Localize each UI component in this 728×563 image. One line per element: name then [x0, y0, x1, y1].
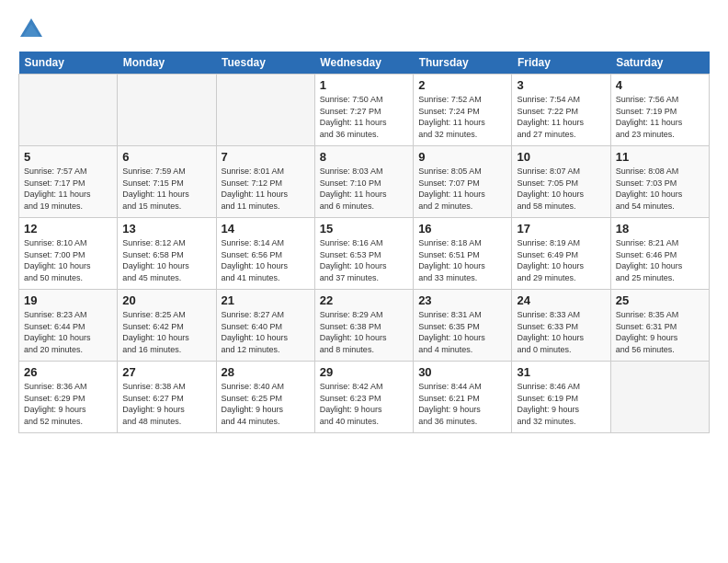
calendar-cell: 1Sunrise: 7:50 AM Sunset: 7:27 PM Daylig… [314, 75, 413, 146]
day-number: 14 [222, 222, 310, 236]
day-info: Sunrise: 8:10 AM Sunset: 7:00 PM Dayligh… [24, 237, 112, 283]
calendar-cell: 26Sunrise: 8:36 AM Sunset: 6:29 PM Dayli… [19, 362, 118, 433]
day-number: 16 [418, 222, 506, 236]
day-info: Sunrise: 7:54 AM Sunset: 7:22 PM Dayligh… [517, 94, 605, 140]
calendar-cell: 2Sunrise: 7:52 AM Sunset: 7:24 PM Daylig… [414, 75, 512, 146]
calendar-cell: 9Sunrise: 8:05 AM Sunset: 7:07 PM Daylig… [414, 146, 512, 218]
calendar-cell: 22Sunrise: 8:29 AM Sunset: 6:38 PM Dayli… [314, 290, 413, 362]
day-number: 9 [418, 150, 506, 164]
weekday-header-sunday: Sunday [19, 52, 118, 75]
calendar-cell: 19Sunrise: 8:23 AM Sunset: 6:44 PM Dayli… [19, 290, 118, 362]
calendar-cell: 20Sunrise: 8:25 AM Sunset: 6:42 PM Dayli… [118, 290, 216, 362]
calendar-cell: 31Sunrise: 8:46 AM Sunset: 6:19 PM Dayli… [512, 362, 610, 433]
weekday-header-thursday: Thursday [414, 52, 512, 75]
day-number: 31 [517, 365, 605, 379]
day-number: 12 [24, 222, 112, 236]
weekday-header-wednesday: Wednesday [314, 52, 413, 75]
day-number: 23 [418, 293, 506, 307]
day-info: Sunrise: 8:01 AM Sunset: 7:12 PM Dayligh… [222, 166, 310, 212]
weekday-header-row: SundayMondayTuesdayWednesdayThursdayFrid… [19, 52, 710, 75]
day-number: 4 [616, 78, 704, 92]
day-number: 15 [320, 222, 408, 236]
day-number: 10 [517, 150, 605, 164]
week-row-3: 12Sunrise: 8:10 AM Sunset: 7:00 PM Dayli… [19, 218, 710, 290]
calendar-body: 1Sunrise: 7:50 AM Sunset: 7:27 PM Daylig… [19, 75, 710, 433]
day-info: Sunrise: 8:36 AM Sunset: 6:29 PM Dayligh… [24, 381, 112, 427]
day-number: 13 [122, 222, 210, 236]
day-info: Sunrise: 8:19 AM Sunset: 6:49 PM Dayligh… [517, 237, 605, 283]
day-number: 7 [222, 150, 310, 164]
day-number: 25 [616, 293, 704, 307]
day-number: 8 [320, 150, 408, 164]
week-row-2: 5Sunrise: 7:57 AM Sunset: 7:17 PM Daylig… [19, 146, 710, 218]
day-number: 24 [517, 293, 605, 307]
calendar-cell: 13Sunrise: 8:12 AM Sunset: 6:58 PM Dayli… [118, 218, 216, 290]
header [18, 17, 710, 42]
day-number: 3 [517, 78, 605, 92]
day-info: Sunrise: 7:52 AM Sunset: 7:24 PM Dayligh… [418, 94, 506, 140]
day-number: 29 [320, 365, 408, 379]
day-number: 2 [418, 78, 506, 92]
calendar-cell [610, 362, 709, 433]
calendar-cell: 11Sunrise: 8:08 AM Sunset: 7:03 PM Dayli… [610, 146, 709, 218]
calendar-cell: 28Sunrise: 8:40 AM Sunset: 6:25 PM Dayli… [216, 362, 314, 433]
day-info: Sunrise: 8:33 AM Sunset: 6:33 PM Dayligh… [517, 309, 605, 355]
day-info: Sunrise: 7:59 AM Sunset: 7:15 PM Dayligh… [122, 166, 210, 212]
calendar-cell: 12Sunrise: 8:10 AM Sunset: 7:00 PM Dayli… [19, 218, 118, 290]
calendar-cell: 27Sunrise: 8:38 AM Sunset: 6:27 PM Dayli… [118, 362, 216, 433]
day-number: 17 [517, 222, 605, 236]
day-info: Sunrise: 8:40 AM Sunset: 6:25 PM Dayligh… [222, 381, 310, 427]
calendar-page: SundayMondayTuesdayWednesdayThursdayFrid… [0, 0, 728, 563]
calendar-cell: 30Sunrise: 8:44 AM Sunset: 6:21 PM Dayli… [414, 362, 512, 433]
calendar-cell: 25Sunrise: 8:35 AM Sunset: 6:31 PM Dayli… [610, 290, 709, 362]
day-info: Sunrise: 8:08 AM Sunset: 7:03 PM Dayligh… [616, 166, 704, 212]
calendar-cell: 21Sunrise: 8:27 AM Sunset: 6:40 PM Dayli… [216, 290, 314, 362]
calendar-cell: 29Sunrise: 8:42 AM Sunset: 6:23 PM Dayli… [314, 362, 413, 433]
day-info: Sunrise: 8:16 AM Sunset: 6:53 PM Dayligh… [320, 237, 408, 283]
calendar-cell [216, 75, 314, 146]
day-number: 11 [616, 150, 704, 164]
calendar-cell: 23Sunrise: 8:31 AM Sunset: 6:35 PM Dayli… [414, 290, 512, 362]
day-number: 28 [222, 365, 310, 379]
weekday-header-saturday: Saturday [610, 52, 709, 75]
logo-icon [18, 17, 44, 42]
day-number: 5 [24, 150, 112, 164]
calendar-cell: 17Sunrise: 8:19 AM Sunset: 6:49 PM Dayli… [512, 218, 610, 290]
day-info: Sunrise: 8:42 AM Sunset: 6:23 PM Dayligh… [320, 381, 408, 427]
day-info: Sunrise: 7:50 AM Sunset: 7:27 PM Dayligh… [320, 94, 408, 140]
day-number: 21 [222, 293, 310, 307]
day-info: Sunrise: 8:14 AM Sunset: 6:56 PM Dayligh… [222, 237, 310, 283]
day-info: Sunrise: 8:25 AM Sunset: 6:42 PM Dayligh… [122, 309, 210, 355]
calendar-cell: 24Sunrise: 8:33 AM Sunset: 6:33 PM Dayli… [512, 290, 610, 362]
calendar-cell: 7Sunrise: 8:01 AM Sunset: 7:12 PM Daylig… [216, 146, 314, 218]
calendar-cell: 4Sunrise: 7:56 AM Sunset: 7:19 PM Daylig… [610, 75, 709, 146]
day-info: Sunrise: 8:44 AM Sunset: 6:21 PM Dayligh… [418, 381, 506, 427]
calendar-table: SundayMondayTuesdayWednesdayThursdayFrid… [18, 52, 710, 433]
day-info: Sunrise: 8:46 AM Sunset: 6:19 PM Dayligh… [517, 381, 605, 427]
day-info: Sunrise: 8:31 AM Sunset: 6:35 PM Dayligh… [418, 309, 506, 355]
day-number: 1 [320, 78, 408, 92]
day-info: Sunrise: 7:56 AM Sunset: 7:19 PM Dayligh… [616, 94, 704, 140]
day-info: Sunrise: 8:21 AM Sunset: 6:46 PM Dayligh… [616, 237, 704, 283]
calendar-cell [118, 75, 216, 146]
day-info: Sunrise: 8:23 AM Sunset: 6:44 PM Dayligh… [24, 309, 112, 355]
logo [18, 17, 48, 42]
day-info: Sunrise: 7:57 AM Sunset: 7:17 PM Dayligh… [24, 166, 112, 212]
day-number: 19 [24, 293, 112, 307]
day-number: 26 [24, 365, 112, 379]
day-number: 27 [122, 365, 210, 379]
week-row-4: 19Sunrise: 8:23 AM Sunset: 6:44 PM Dayli… [19, 290, 710, 362]
day-info: Sunrise: 8:38 AM Sunset: 6:27 PM Dayligh… [122, 381, 210, 427]
day-number: 22 [320, 293, 408, 307]
day-info: Sunrise: 8:18 AM Sunset: 6:51 PM Dayligh… [418, 237, 506, 283]
calendar-cell: 8Sunrise: 8:03 AM Sunset: 7:10 PM Daylig… [314, 146, 413, 218]
day-info: Sunrise: 8:35 AM Sunset: 6:31 PM Dayligh… [616, 309, 704, 355]
week-row-1: 1Sunrise: 7:50 AM Sunset: 7:27 PM Daylig… [19, 75, 710, 146]
calendar-cell: 18Sunrise: 8:21 AM Sunset: 6:46 PM Dayli… [610, 218, 709, 290]
calendar-cell [19, 75, 118, 146]
day-number: 30 [418, 365, 506, 379]
calendar-cell: 3Sunrise: 7:54 AM Sunset: 7:22 PM Daylig… [512, 75, 610, 146]
day-info: Sunrise: 8:03 AM Sunset: 7:10 PM Dayligh… [320, 166, 408, 212]
calendar-cell: 5Sunrise: 7:57 AM Sunset: 7:17 PM Daylig… [19, 146, 118, 218]
week-row-5: 26Sunrise: 8:36 AM Sunset: 6:29 PM Dayli… [19, 362, 710, 433]
